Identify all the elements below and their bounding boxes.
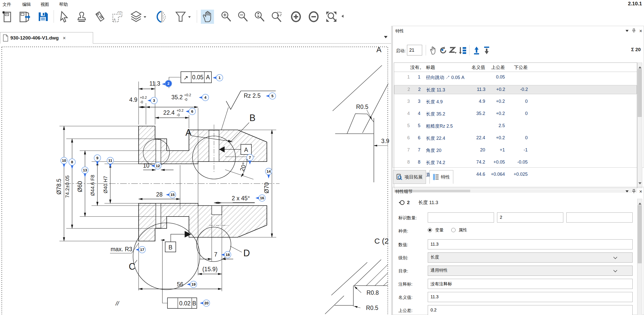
- export-down-button[interactable]: [482, 45, 491, 55]
- col-upper[interactable]: 上公差: [487, 64, 505, 70]
- note-input[interactable]: [428, 279, 633, 289]
- balloon-17[interactable]: 17: [136, 246, 145, 253]
- select-button[interactable]: [58, 10, 71, 24]
- properties-close-icon[interactable]: ×: [639, 28, 642, 33]
- balloon-10[interactable]: 10: [61, 157, 67, 168]
- menu-file[interactable]: 文件: [3, 2, 11, 7]
- pick-hand-button[interactable]: [428, 45, 438, 55]
- table-row[interactable]: 6 6 长度 22.4 22.4 +0.2 0: [394, 134, 637, 143]
- balloon-9[interactable]: 9: [94, 155, 101, 165]
- id-count-input-3[interactable]: [566, 212, 633, 223]
- dim-22.4[interactable]: 22.4: [163, 109, 175, 116]
- layers-dropdown-caret[interactable]: [144, 16, 146, 19]
- table-row-selected[interactable]: 2 2 长度 11.3 11.3 +0.2 -0.2: [394, 85, 637, 94]
- details-scrollbar[interactable]: [637, 199, 642, 315]
- toolbar-collapse-arrow[interactable]: [340, 15, 344, 18]
- col-no[interactable]: 没有。: [410, 64, 420, 70]
- dim-20deg[interactable]: 20°: [239, 162, 248, 172]
- zoom-dynamic-button[interactable]: [253, 10, 266, 24]
- zoom-out-button[interactable]: [236, 10, 249, 24]
- scroll-thumb[interactable]: [638, 205, 642, 263]
- balloon-1[interactable]: 1: [213, 74, 223, 81]
- balloon-6[interactable]: 6: [186, 108, 196, 115]
- col-nominal[interactable]: 名义值: [462, 64, 485, 70]
- upper-tol-input[interactable]: [428, 305, 633, 315]
- zoom-in-button[interactable]: [220, 10, 233, 24]
- table-row[interactable]: 4 4 长度 35.2 35.2 +0.2 0: [394, 109, 637, 119]
- balloon-13[interactable]: 13: [82, 167, 88, 177]
- dim-35.2[interactable]: 35.2: [171, 94, 183, 101]
- scroll-thumb[interactable]: [638, 69, 642, 117]
- details-menu-caret[interactable]: [626, 190, 629, 194]
- filter-button[interactable]: [174, 10, 187, 24]
- tag-button[interactable]: [93, 10, 106, 24]
- menu-view[interactable]: 视图: [40, 2, 49, 7]
- layers-button[interactable]: [130, 10, 143, 24]
- rotate-button[interactable]: [438, 45, 448, 55]
- details-close-icon[interactable]: ×: [639, 189, 642, 194]
- dim-d78.5[interactable]: Ø78.5: [56, 179, 62, 195]
- nominal-input[interactable]: [428, 292, 633, 302]
- dim-7[interactable]: 7: [214, 251, 218, 258]
- dim-56[interactable]: 56: [177, 281, 183, 288]
- fcf-runout[interactable]: ↗ 0.05 A: [169, 72, 211, 88]
- new-document-button[interactable]: [1, 10, 14, 24]
- start-input[interactable]: [407, 45, 422, 55]
- dim-max-r3[interactable]: max. R3: [111, 246, 132, 252]
- balloon-2-selected[interactable]: 2: [162, 80, 172, 87]
- kind-radio-variable[interactable]: [428, 228, 432, 232]
- properties-pin-icon[interactable]: [632, 29, 636, 33]
- document-tab[interactable]: 930-1200-406-V1.dwg ×: [0, 32, 93, 44]
- save-button[interactable]: [36, 10, 50, 24]
- balloon-5[interactable]: 5: [266, 93, 276, 99]
- balloon-19[interactable]: 19: [187, 281, 197, 288]
- dim-rz2.5[interactable]: Rz 2.5: [244, 92, 261, 99]
- dim-r0.5-top[interactable]: R0.5: [356, 104, 369, 110]
- dim-3.9[interactable]: 3.9: [381, 138, 389, 144]
- balloon-20[interactable]: 20: [200, 300, 210, 306]
- level-select[interactable]: 长度: [428, 252, 633, 263]
- z-order-button[interactable]: [448, 45, 458, 55]
- balloon-16[interactable]: 16: [255, 195, 265, 201]
- dim-28[interactable]: 28: [156, 191, 163, 198]
- dim-2x45[interactable]: 2 x 45°: [232, 195, 250, 202]
- open-document-button[interactable]: [18, 10, 31, 24]
- balloon-7[interactable]: 7: [247, 154, 253, 165]
- dim-d40[interactable]: Ø40 H7: [103, 176, 108, 193]
- dim-15.9[interactable]: (15.9): [202, 266, 218, 272]
- tab-list-dropdown-caret[interactable]: [384, 36, 388, 40]
- menu-edit[interactable]: 编辑: [22, 2, 31, 7]
- balloon-15[interactable]: 15: [166, 191, 176, 198]
- id-count-input-2[interactable]: [497, 212, 563, 223]
- dim-4.9[interactable]: 4.9: [129, 96, 137, 103]
- document-tab-close-icon[interactable]: ×: [63, 35, 66, 41]
- table-row[interactable]: 5 5 粗糙度Rz 2.5 2.5: [394, 122, 637, 131]
- list-order-button[interactable]: [458, 45, 468, 55]
- table-row[interactable]: 7 7 角度 20 20 +1 -1: [394, 146, 637, 155]
- dim-r0.8[interactable]: R0.8: [367, 289, 379, 296]
- dim-d70[interactable]: Ø70: [263, 182, 270, 193]
- mirror-view-button[interactable]: [155, 10, 168, 24]
- table-row[interactable]: 8 8 长度 74.2 74.2 +0.05 -0.05: [394, 158, 637, 167]
- scroll-up-arrow[interactable]: [638, 201, 641, 205]
- decrease-button[interactable]: [307, 10, 320, 24]
- balloon-4[interactable]: 4: [199, 94, 209, 101]
- dim-r0.5-bottom[interactable]: R0.5: [366, 305, 378, 311]
- dim-74.2[interactable]: 74.2±0.05: [65, 175, 70, 198]
- details-pin-icon[interactable]: [632, 189, 636, 194]
- table-row[interactable]: 3 3 长度 4.9 4.9 +0.2 0: [394, 97, 637, 106]
- stamp-button[interactable]: [75, 10, 88, 24]
- balloon-11[interactable]: 11: [107, 157, 114, 168]
- catalog-select[interactable]: 通用特性: [428, 266, 633, 276]
- value-input[interactable]: [428, 239, 633, 249]
- tab-project-expand[interactable]: 项目拓展: [393, 170, 426, 184]
- balloon-18[interactable]: 18: [221, 251, 231, 258]
- balloon-3[interactable]: 3: [147, 97, 157, 104]
- drawing-canvas[interactable]: A: [0, 44, 391, 315]
- balloon-14[interactable]: 14: [265, 168, 272, 179]
- zoom-window-button[interactable]: [270, 10, 283, 24]
- scroll-up-arrow[interactable]: [638, 65, 641, 68]
- tab-characteristics[interactable]: 特性: [430, 170, 453, 184]
- kind-radio-attribute[interactable]: [451, 228, 456, 232]
- col-lower[interactable]: 下公差: [506, 64, 528, 70]
